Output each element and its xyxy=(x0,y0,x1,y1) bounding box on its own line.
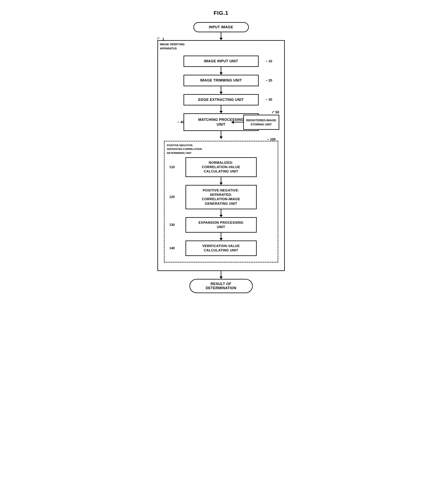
diagram: INPUT IMAGE IMAGE VERIFYING APPARATUS 1 … xyxy=(152,22,290,293)
arrow-horizontal xyxy=(231,122,243,123)
arrow-8 xyxy=(219,233,223,240)
arrowhead-left xyxy=(231,121,234,124)
outer-apparatus-box: IMAGE VERIFYING APPARATUS 1 IMAGE INPUT … xyxy=(158,40,285,271)
ref-130: 130 xyxy=(170,223,175,227)
edge-extracting-row: EDGE EXTRACTING UNIT ~ 30 xyxy=(164,94,278,106)
arrow-3 xyxy=(219,86,223,94)
matching-row: MATCHING PROCESSING UNIT ~ 40 REGISTERED… xyxy=(164,113,278,131)
normalized-correlation-row: 110 NORMALIZED- CORRELATION-VALUE CALCUL… xyxy=(169,157,274,177)
apparatus-label: IMAGE VERIFYING APPARATUS xyxy=(160,42,185,51)
registered-image-storing-unit: REGISTERED-IMAGE STORING UNIT xyxy=(243,115,279,130)
expansion-unit: EXPANSION PROCESSING UNIT xyxy=(185,217,257,233)
result-node: RESULT OF DETERMINATION xyxy=(190,279,253,293)
image-input-row: IMAGE INPUT UNIT ~ 10 xyxy=(164,55,278,67)
verification-unit: VERIFICATION-VALUE CALCULATING UNIT xyxy=(185,240,257,256)
flow-container: INPUT IMAGE IMAGE VERIFYING APPARATUS 1 … xyxy=(152,22,290,293)
arrow-7 xyxy=(219,209,223,217)
ref-image-input: ~ 10 xyxy=(265,59,272,63)
image-input-unit: IMAGE INPUT UNIT xyxy=(183,55,259,67)
expansion-row: 130 EXPANSION PROCESSING UNIT xyxy=(169,217,274,233)
arrow-6 xyxy=(219,177,223,185)
arrow-5 xyxy=(219,131,223,139)
registered-image-container: REGISTERED-IMAGE STORING UNIT 50 xyxy=(231,115,279,130)
arrow-1 xyxy=(219,32,223,40)
ref-registered: 50 xyxy=(271,110,279,114)
pns-correlation-row: 120 POSITIVE-NEGATIVE- SEPARATED- CORREL… xyxy=(169,185,274,209)
arrow-9 xyxy=(219,271,223,279)
image-trimming-unit: IMAGE TRIMMING UNIT xyxy=(183,75,259,86)
page: FIG.1 INPUT IMAGE IMAGE VERIFYING APPARA… xyxy=(144,4,298,301)
ref-matching: ~ 40 xyxy=(177,120,184,124)
pns-correlation-unit: POSITIVE-NEGATIVE- SEPARATED- CORRELATIO… xyxy=(185,185,257,209)
ref-apparatus: 1 xyxy=(157,37,164,41)
edge-extracting-unit: EDGE EXTRACTING UNIT xyxy=(183,94,259,106)
ref-pns-100: ~ 100 xyxy=(267,138,276,142)
arrow-4 xyxy=(219,106,223,113)
pns-label: POSITIVE-NEGATIVE- SEPARATED-CORRELATION… xyxy=(167,144,202,155)
ref-110: 110 xyxy=(170,165,175,169)
normalized-correlation-unit: NORMALIZED- CORRELATION-VALUE CALCULATIN… xyxy=(185,157,257,177)
figure-title: FIG.1 xyxy=(152,10,290,16)
ref-120: 120 xyxy=(170,195,175,199)
arrow-2 xyxy=(219,67,223,75)
ref-140: 140 xyxy=(170,247,175,250)
ref-image-trimming: ~ 20 xyxy=(265,78,272,83)
image-trimming-row: IMAGE TRIMMING UNIT ~ 20 xyxy=(164,75,278,86)
dashed-pns-box: POSITIVE-NEGATIVE- SEPARATED-CORRELATION… xyxy=(164,141,278,263)
verification-row: 140 VERIFICATION-VALUE CALCULATING UNIT xyxy=(169,240,274,256)
ref-edge-extracting: ~ 30 xyxy=(265,98,272,102)
input-image-node: INPUT IMAGE xyxy=(194,22,249,32)
